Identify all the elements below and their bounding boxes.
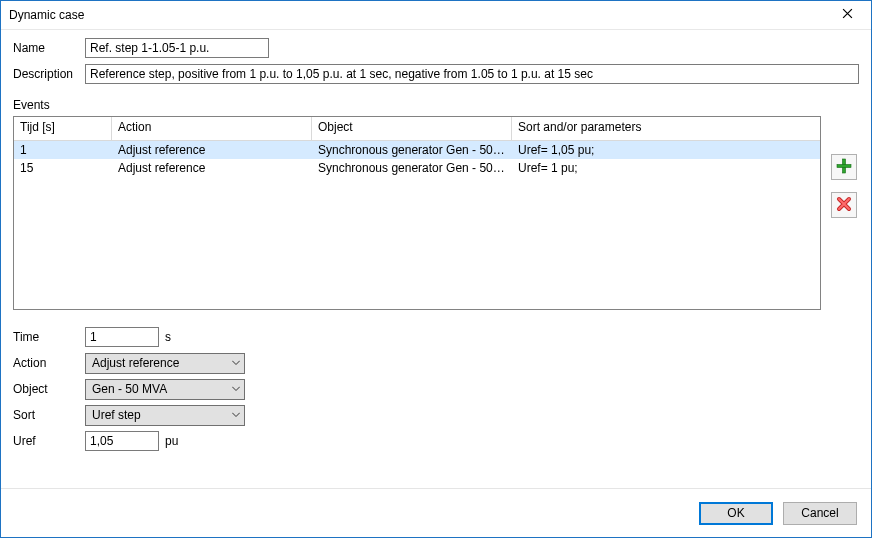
- action-label: Action: [13, 356, 85, 370]
- object-dropdown-value: Gen - 50 MVA: [92, 382, 167, 396]
- table-cell: 1: [14, 141, 112, 159]
- delete-icon: [836, 196, 852, 215]
- cancel-button[interactable]: Cancel: [783, 502, 857, 525]
- table-cell: Adjust reference: [112, 141, 312, 159]
- col-header-object[interactable]: Object: [312, 117, 512, 141]
- dialog-footer: OK Cancel: [1, 488, 871, 537]
- table-cell: Uref= 1,05 pu;: [512, 141, 820, 159]
- titlebar: Dynamic case: [1, 1, 871, 30]
- uref-input[interactable]: [85, 431, 159, 451]
- description-input[interactable]: [85, 64, 859, 84]
- col-header-action[interactable]: Action: [112, 117, 312, 141]
- close-button[interactable]: [827, 1, 867, 29]
- name-input[interactable]: [85, 38, 269, 58]
- events-body: 1Adjust referenceSynchronous generator G…: [14, 141, 820, 309]
- ok-button[interactable]: OK: [699, 502, 773, 525]
- table-cell: 15: [14, 159, 112, 177]
- events-header: Tijd [s] Action Object Sort and/or param…: [14, 117, 820, 141]
- chevron-down-icon: [232, 387, 240, 392]
- description-label: Description: [13, 67, 85, 81]
- col-header-time[interactable]: Tijd [s]: [14, 117, 112, 141]
- action-dropdown[interactable]: Adjust reference: [85, 353, 245, 374]
- events-title: Events: [13, 98, 859, 112]
- name-label: Name: [13, 41, 85, 55]
- action-dropdown-value: Adjust reference: [92, 356, 179, 370]
- table-cell: Synchronous generator Gen - 50 MV...: [312, 159, 512, 177]
- time-label: Time: [13, 330, 85, 344]
- table-row[interactable]: 1Adjust referenceSynchronous generator G…: [14, 141, 820, 159]
- time-input[interactable]: [85, 327, 159, 347]
- event-detail: Time s Action Adjust reference Object Ge…: [13, 324, 859, 454]
- delete-event-button[interactable]: [831, 192, 857, 218]
- svg-rect-1: [837, 164, 851, 167]
- uref-unit: pu: [165, 434, 178, 448]
- uref-label: Uref: [13, 434, 85, 448]
- sort-dropdown[interactable]: Uref step: [85, 405, 245, 426]
- table-row[interactable]: 15Adjust referenceSynchronous generator …: [14, 159, 820, 177]
- dialog-content: Name Description Events Tijd [s] Action …: [1, 30, 871, 488]
- table-cell: Uref= 1 pu;: [512, 159, 820, 177]
- close-icon: [842, 8, 853, 22]
- add-event-button[interactable]: [831, 154, 857, 180]
- chevron-down-icon: [232, 413, 240, 418]
- window-title: Dynamic case: [9, 8, 827, 22]
- chevron-down-icon: [232, 361, 240, 366]
- table-cell: Adjust reference: [112, 159, 312, 177]
- events-table[interactable]: Tijd [s] Action Object Sort and/or param…: [13, 116, 821, 310]
- time-unit: s: [165, 330, 171, 344]
- col-header-params[interactable]: Sort and/or parameters: [512, 117, 820, 141]
- dialog-window: Dynamic case Name Description Events Tij…: [0, 0, 872, 538]
- object-label: Object: [13, 382, 85, 396]
- plus-icon: [836, 158, 852, 177]
- object-dropdown[interactable]: Gen - 50 MVA: [85, 379, 245, 400]
- sort-label: Sort: [13, 408, 85, 422]
- table-cell: Synchronous generator Gen - 50 MV...: [312, 141, 512, 159]
- sort-dropdown-value: Uref step: [92, 408, 141, 422]
